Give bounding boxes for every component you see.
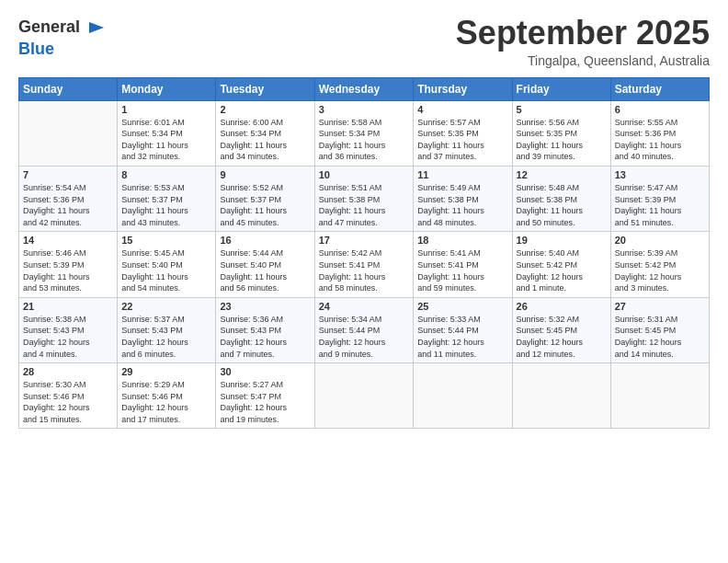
calendar-day-cell: 30Sunrise: 5:27 AMSunset: 5:47 PMDayligh…: [216, 363, 314, 429]
day-number: 14: [23, 235, 113, 246]
calendar-week-row: 28Sunrise: 5:30 AMSunset: 5:46 PMDayligh…: [19, 363, 710, 429]
day-info: Sunrise: 5:45 AMSunset: 5:40 PMDaylight:…: [121, 247, 211, 293]
logo: General Blue: [18, 15, 109, 59]
calendar-day-cell: 6Sunrise: 5:55 AMSunset: 5:36 PMDaylight…: [610, 100, 709, 166]
day-info: Sunrise: 5:51 AMSunset: 5:38 PMDaylight:…: [319, 182, 410, 228]
calendar-day-cell: [314, 363, 414, 429]
day-number: 19: [517, 235, 607, 246]
day-number: 17: [319, 235, 410, 246]
calendar-day-header: Thursday: [414, 77, 512, 100]
day-number: 24: [319, 301, 410, 312]
calendar-day-cell: 18Sunrise: 5:41 AMSunset: 5:41 PMDayligh…: [414, 232, 512, 297]
calendar-day-cell: 5Sunrise: 5:56 AMSunset: 5:35 PMDaylight…: [512, 100, 610, 166]
title-block: September 2025 Tingalpa, Queensland, Aus…: [456, 15, 710, 68]
day-number: 5: [517, 104, 607, 115]
day-number: 6: [615, 104, 705, 115]
calendar-day-cell: 20Sunrise: 5:39 AMSunset: 5:42 PMDayligh…: [610, 232, 709, 297]
day-info: Sunrise: 6:00 AMSunset: 5:34 PMDaylight:…: [220, 117, 310, 163]
calendar-day-cell: 10Sunrise: 5:51 AMSunset: 5:38 PMDayligh…: [314, 166, 414, 231]
calendar-day-cell: 21Sunrise: 5:38 AMSunset: 5:43 PMDayligh…: [19, 297, 118, 362]
calendar-day-header: Tuesday: [216, 77, 314, 100]
day-number: 3: [319, 104, 410, 115]
calendar-day-cell: 1Sunrise: 6:01 AMSunset: 5:34 PMDaylight…: [118, 100, 216, 166]
calendar-day-cell: 28Sunrise: 5:30 AMSunset: 5:46 PMDayligh…: [19, 363, 118, 429]
calendar-week-row: 7Sunrise: 5:54 AMSunset: 5:36 PMDaylight…: [19, 166, 710, 231]
page: General Blue September 2025 Tingalpa, Qu…: [0, 0, 728, 563]
calendar-day-cell: 3Sunrise: 5:58 AMSunset: 5:34 PMDaylight…: [314, 100, 414, 166]
calendar-day-cell: 14Sunrise: 5:46 AMSunset: 5:39 PMDayligh…: [19, 232, 118, 297]
day-info: Sunrise: 5:29 AMSunset: 5:46 PMDaylight:…: [121, 379, 211, 425]
day-info: Sunrise: 5:54 AMSunset: 5:36 PMDaylight:…: [23, 182, 113, 228]
day-info: Sunrise: 5:42 AMSunset: 5:41 PMDaylight:…: [319, 247, 410, 293]
calendar-day-cell: 11Sunrise: 5:49 AMSunset: 5:38 PMDayligh…: [414, 166, 512, 231]
logo-arrow-icon: [84, 15, 109, 40]
day-number: 23: [220, 301, 310, 312]
day-info: Sunrise: 5:47 AMSunset: 5:39 PMDaylight:…: [615, 182, 705, 228]
day-number: 26: [517, 301, 607, 312]
calendar-day-cell: 4Sunrise: 5:57 AMSunset: 5:35 PMDaylight…: [414, 100, 512, 166]
day-info: Sunrise: 5:46 AMSunset: 5:39 PMDaylight:…: [23, 247, 113, 293]
month-title: September 2025: [456, 15, 710, 52]
day-info: Sunrise: 5:27 AMSunset: 5:47 PMDaylight:…: [220, 379, 310, 425]
day-info: Sunrise: 5:56 AMSunset: 5:35 PMDaylight:…: [517, 117, 607, 163]
day-number: 1: [121, 104, 211, 115]
calendar-day-cell: 29Sunrise: 5:29 AMSunset: 5:46 PMDayligh…: [118, 363, 216, 429]
day-number: 12: [517, 169, 607, 180]
day-info: Sunrise: 5:58 AMSunset: 5:34 PMDaylight:…: [319, 117, 410, 163]
location: Tingalpa, Queensland, Australia: [456, 53, 710, 68]
day-number: 15: [121, 235, 211, 246]
day-info: Sunrise: 5:37 AMSunset: 5:43 PMDaylight:…: [121, 314, 211, 360]
day-number: 20: [615, 235, 705, 246]
calendar-day-header: Wednesday: [314, 77, 414, 100]
calendar-day-cell: 7Sunrise: 5:54 AMSunset: 5:36 PMDaylight…: [19, 166, 118, 231]
day-info: Sunrise: 5:48 AMSunset: 5:38 PMDaylight:…: [517, 182, 607, 228]
day-number: 16: [220, 235, 310, 246]
day-number: 25: [417, 301, 507, 312]
calendar-day-header: Saturday: [610, 77, 709, 100]
svg-marker-0: [89, 22, 104, 33]
header: General Blue September 2025 Tingalpa, Qu…: [18, 15, 710, 68]
calendar-table: SundayMondayTuesdayWednesdayThursdayFrid…: [18, 77, 710, 430]
day-info: Sunrise: 5:41 AMSunset: 5:41 PMDaylight:…: [417, 247, 507, 293]
calendar-day-cell: [610, 363, 709, 429]
calendar-week-row: 14Sunrise: 5:46 AMSunset: 5:39 PMDayligh…: [19, 232, 710, 297]
calendar-day-header: Friday: [512, 77, 610, 100]
day-number: 28: [23, 366, 113, 377]
calendar-day-cell: 19Sunrise: 5:40 AMSunset: 5:42 PMDayligh…: [512, 232, 610, 297]
calendar-week-row: 1Sunrise: 6:01 AMSunset: 5:34 PMDaylight…: [19, 100, 710, 166]
day-info: Sunrise: 5:55 AMSunset: 5:36 PMDaylight:…: [615, 117, 705, 163]
day-info: Sunrise: 5:32 AMSunset: 5:45 PMDaylight:…: [517, 314, 607, 360]
day-number: 9: [220, 169, 310, 180]
calendar-day-cell: 15Sunrise: 5:45 AMSunset: 5:40 PMDayligh…: [118, 232, 216, 297]
day-info: Sunrise: 5:38 AMSunset: 5:43 PMDaylight:…: [23, 314, 113, 360]
calendar-day-cell: 16Sunrise: 5:44 AMSunset: 5:40 PMDayligh…: [216, 232, 314, 297]
day-number: 13: [615, 169, 705, 180]
calendar-day-header: Monday: [118, 77, 216, 100]
day-number: 11: [417, 169, 507, 180]
day-info: Sunrise: 5:30 AMSunset: 5:46 PMDaylight:…: [23, 379, 113, 425]
day-number: 7: [23, 169, 113, 180]
calendar-day-cell: 23Sunrise: 5:36 AMSunset: 5:43 PMDayligh…: [216, 297, 314, 362]
day-number: 22: [121, 301, 211, 312]
day-info: Sunrise: 5:33 AMSunset: 5:44 PMDaylight:…: [417, 314, 507, 360]
calendar-day-cell: 13Sunrise: 5:47 AMSunset: 5:39 PMDayligh…: [610, 166, 709, 231]
calendar-day-cell: 2Sunrise: 6:00 AMSunset: 5:34 PMDaylight…: [216, 100, 314, 166]
calendar-day-cell: 17Sunrise: 5:42 AMSunset: 5:41 PMDayligh…: [314, 232, 414, 297]
day-number: 27: [615, 301, 705, 312]
day-info: Sunrise: 5:53 AMSunset: 5:37 PMDaylight:…: [121, 182, 211, 228]
day-info: Sunrise: 5:31 AMSunset: 5:45 PMDaylight:…: [615, 314, 705, 360]
calendar-day-cell: 12Sunrise: 5:48 AMSunset: 5:38 PMDayligh…: [512, 166, 610, 231]
calendar-day-cell: 22Sunrise: 5:37 AMSunset: 5:43 PMDayligh…: [118, 297, 216, 362]
logo-general-text: General: [18, 18, 80, 37]
day-info: Sunrise: 5:39 AMSunset: 5:42 PMDaylight:…: [615, 247, 705, 293]
day-number: 2: [220, 104, 310, 115]
calendar-day-cell: 24Sunrise: 5:34 AMSunset: 5:44 PMDayligh…: [314, 297, 414, 362]
day-number: 21: [23, 301, 113, 312]
day-number: 18: [417, 235, 507, 246]
day-info: Sunrise: 5:57 AMSunset: 5:35 PMDaylight:…: [417, 117, 507, 163]
calendar-day-cell: [19, 100, 118, 166]
calendar-day-cell: 9Sunrise: 5:52 AMSunset: 5:37 PMDaylight…: [216, 166, 314, 231]
calendar-day-cell: [414, 363, 512, 429]
day-info: Sunrise: 6:01 AMSunset: 5:34 PMDaylight:…: [121, 117, 211, 163]
day-number: 4: [417, 104, 507, 115]
